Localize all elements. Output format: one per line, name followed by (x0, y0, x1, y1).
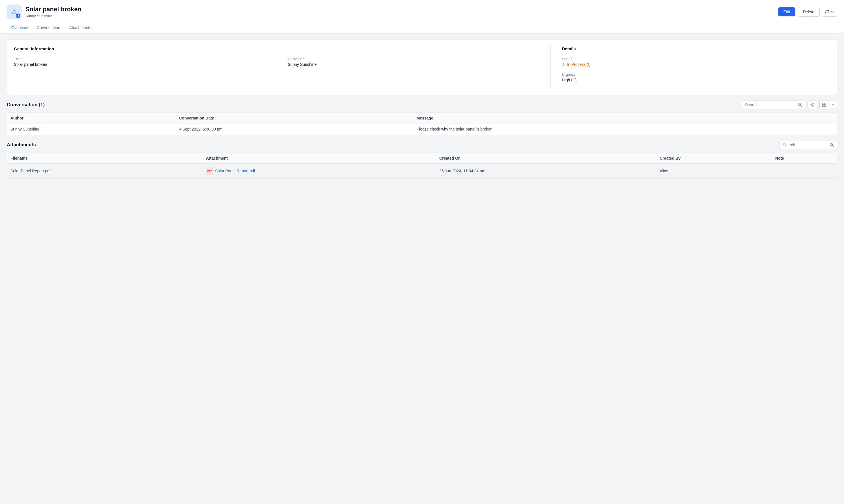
details-title: Details (562, 46, 830, 51)
customer-field: Customer: Sunny Sunshine (288, 57, 550, 67)
svg-line-10 (832, 145, 833, 147)
edit-button[interactable]: Edit (778, 7, 795, 16)
view-toggle-group (820, 101, 837, 109)
conversation-title: Conversation (1) (7, 102, 45, 108)
conversation-section: Conversation (1) (7, 101, 837, 135)
table-row: Solar Panel Report.pdf PDF Solar Panel R… (7, 164, 837, 179)
filename-cell: Solar Panel Report.pdf (7, 164, 203, 179)
title-value: Solar panel broken (14, 62, 277, 67)
tab-conversation[interactable]: Conversation (32, 23, 65, 33)
share-button[interactable] (822, 7, 837, 17)
attachments-table-header-row: Filename Attachment Created On Created B… (7, 153, 837, 164)
gear-icon (810, 103, 814, 107)
info-grid: Title: Solar panel broken Customer: Sunn… (14, 57, 550, 67)
card-sections: General Information Title: Solar panel b… (14, 46, 830, 88)
attachments-header: Attachments (7, 141, 837, 149)
customer-label: Customer: (288, 57, 550, 61)
date-cell: 4 Sept 2022, 5:30:00 pm (176, 124, 413, 135)
general-info-title: General Information (14, 46, 550, 51)
conversation-tools (742, 101, 837, 109)
chevron-down-icon (831, 103, 835, 107)
ticket-icon: ⚠ (7, 4, 21, 19)
svg-line-3 (801, 105, 802, 107)
header-top: ⚠ Solar panel broken Sunny Sunshine Edit… (7, 4, 837, 19)
urgency-value: High (H) (562, 78, 830, 82)
attachment-link-text: Solar Panel Report.pdf (215, 169, 255, 173)
chevron-down-icon (831, 10, 834, 14)
chevron-down-button[interactable] (829, 102, 837, 108)
search-icon (798, 103, 802, 107)
status-badge: ⚠ In Process (I) (562, 62, 591, 67)
status-field: Status: ⚠ In Process (I) (562, 57, 830, 67)
tab-overview[interactable]: Overview (7, 23, 32, 33)
svg-line-1 (18, 16, 19, 17)
svg-rect-7 (823, 105, 824, 107)
attachments-table: Filename Attachment Created On Created B… (7, 153, 837, 178)
page-content: General Information Title: Solar panel b… (0, 34, 844, 184)
attachments-title: Attachments (7, 142, 36, 148)
col-conversation-date: Conversation Date (176, 113, 413, 124)
attachment-link[interactable]: PDF Solar Panel Report.pdf (206, 167, 255, 175)
status-value: In Process (I) (567, 62, 591, 67)
conversation-table-header-row: Author Conversation Date Message (7, 113, 837, 124)
conversation-table: Author Conversation Date Message Sunny S… (7, 113, 837, 135)
col-created-on: Created On (436, 153, 656, 164)
status-label: Status: (562, 57, 830, 61)
attachments-tools (779, 141, 837, 149)
urgency-field: Urgency: High (H) (562, 72, 830, 82)
page-title: Solar panel broken (25, 6, 82, 13)
col-attachment: Attachment (203, 153, 436, 164)
col-author: Author (7, 113, 176, 124)
general-info-card: General Information Title: Solar panel b… (7, 39, 837, 95)
search-badge-icon (16, 14, 20, 18)
details-section: Details Status: ⚠ In Process (I) Urgency… (550, 46, 830, 88)
svg-point-9 (830, 144, 833, 146)
share-icon (825, 10, 830, 14)
svg-point-0 (17, 15, 19, 16)
col-actions (805, 113, 837, 124)
grid-view-button[interactable] (820, 101, 829, 109)
table-row: Sunny Sunshine 4 Sept 2022, 5:30:00 pm P… (7, 124, 837, 135)
header-title-area: Solar panel broken Sunny Sunshine (25, 6, 82, 18)
col-filename: Filename (7, 153, 203, 164)
attachment-cell: PDF Solar Panel Report.pdf (203, 164, 436, 179)
attachments-section: Attachments Filename Attachment Crea (7, 141, 837, 179)
conversation-header: Conversation (1) (7, 101, 837, 109)
tab-attachments[interactable]: Attachments (65, 23, 96, 33)
grid-icon (822, 103, 826, 107)
note-cell (772, 164, 837, 179)
urgency-label: Urgency: (562, 72, 830, 76)
svg-rect-5 (823, 103, 824, 105)
attachments-search-box[interactable] (779, 141, 837, 149)
svg-rect-8 (825, 105, 826, 107)
attachments-search-input[interactable] (783, 143, 828, 147)
svg-rect-6 (825, 103, 826, 105)
title-field: Title: Solar panel broken (14, 57, 277, 67)
page-header: ⚠ Solar panel broken Sunny Sunshine Edit… (0, 0, 844, 34)
col-created-by: Created By (656, 153, 772, 164)
col-message: Message (413, 113, 805, 124)
conversation-table-wrapper: Author Conversation Date Message Sunny S… (7, 112, 837, 135)
author-cell: Sunny Sunshine (7, 124, 176, 135)
title-label: Title: (14, 57, 277, 61)
created-on-cell: 26 Jun 2024, 11:04:34 am (436, 164, 656, 179)
warning-icon: ⚠ (562, 62, 566, 67)
header-actions: Edit Delete (778, 7, 837, 17)
tabs: Overview Conversation Attachments (7, 23, 837, 33)
settings-button[interactable] (808, 101, 817, 109)
svg-point-2 (798, 103, 801, 106)
header-subtitle: Sunny Sunshine (25, 14, 82, 18)
conversation-search-box[interactable] (742, 101, 805, 109)
customer-value: Sunny Sunshine (288, 62, 550, 67)
svg-point-4 (812, 104, 813, 106)
header-left: ⚠ Solar panel broken Sunny Sunshine (7, 4, 82, 19)
search-icon (830, 143, 834, 147)
pdf-icon: PDF (206, 167, 213, 175)
created-by-cell: Alice (656, 164, 772, 179)
conversation-search-input[interactable] (745, 103, 796, 107)
col-note: Note (772, 153, 837, 164)
general-info-section: General Information Title: Solar panel b… (14, 46, 550, 88)
action-cell (805, 124, 837, 135)
delete-button[interactable]: Delete (798, 7, 820, 17)
message-cell: Please check why the solar panel is brok… (413, 124, 805, 135)
